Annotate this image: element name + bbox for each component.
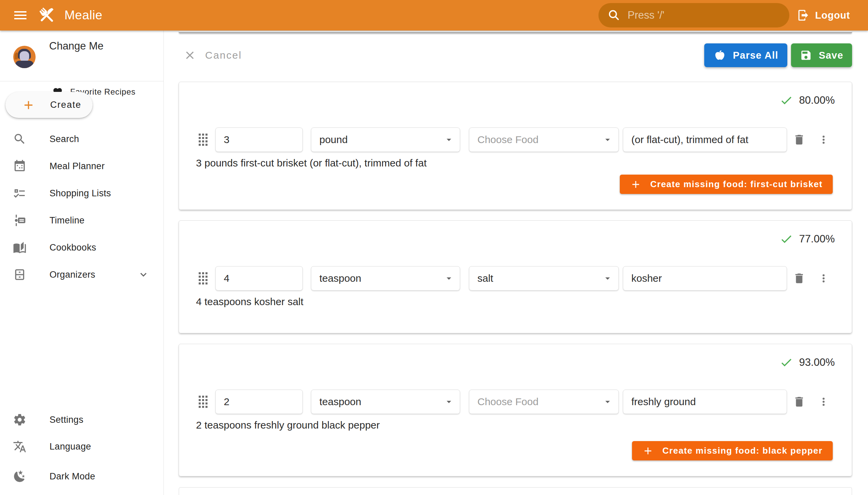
sidebar-item-dark-mode[interactable]: Dark Mode: [0, 463, 164, 490]
create-missing-food-button[interactable]: Create missing food: first-cut brisket: [620, 175, 833, 194]
unit-select-value: pound: [319, 134, 347, 146]
original-ingredient-text: 2 teaspoons freshly ground black pepper: [196, 420, 380, 431]
sidebar-item-settings[interactable]: Settings: [0, 406, 164, 433]
check-icon: [780, 232, 793, 246]
kebab-menu-icon: [817, 272, 830, 285]
food-select-value: Choose Food: [477, 396, 539, 408]
note-input[interactable]: [623, 390, 787, 414]
drag-handle[interactable]: [199, 396, 207, 408]
delete-ingredient-button[interactable]: [792, 271, 806, 286]
translate-icon: [13, 440, 27, 453]
delete-ingredient-button[interactable]: [792, 394, 806, 409]
calendar-icon: [13, 159, 27, 173]
dropdown-arrow-icon: [443, 396, 454, 407]
food-select[interactable]: salt: [469, 266, 619, 291]
moon-icon: [13, 470, 27, 483]
note-field[interactable]: [623, 266, 787, 291]
ingredient-input-row: teaspoon Choose Food: [179, 390, 852, 414]
quantity-input[interactable]: [216, 267, 303, 290]
chevron-down-icon: [137, 269, 150, 281]
ingredient-menu-button[interactable]: [816, 271, 831, 286]
original-ingredient-text: 4 teaspoons kosher salt: [196, 296, 304, 308]
original-ingredient-text: 3 pounds first-cut brisket (or flat-cut)…: [196, 157, 427, 169]
timeline-icon: [13, 214, 27, 227]
kebab-menu-icon: [817, 134, 830, 146]
save-button[interactable]: Save: [791, 44, 852, 67]
dropdown-arrow-icon: [602, 396, 613, 407]
unit-select[interactable]: teaspoon: [311, 390, 460, 414]
search-icon: [13, 132, 27, 146]
delete-ingredient-button[interactable]: [792, 132, 806, 147]
drag-handle[interactable]: [199, 134, 207, 146]
sidebar-item-organizers[interactable]: Organizers: [0, 261, 164, 288]
quantity-input[interactable]: [216, 390, 303, 414]
search-input[interactable]: [628, 9, 781, 21]
apple-icon: [713, 49, 726, 62]
quantity-field[interactable]: [215, 390, 303, 414]
confidence-indicator: 93.00%: [780, 355, 835, 370]
quantity-field[interactable]: [215, 127, 303, 152]
sidebar-item-language[interactable]: Language: [0, 433, 164, 460]
scrolled-card-edge: [179, 31, 852, 33]
cancel-button[interactable]: Cancel: [184, 45, 242, 66]
ingredient-menu-button[interactable]: [816, 394, 831, 409]
dropdown-arrow-icon: [602, 273, 613, 284]
logout-icon: [797, 9, 810, 22]
hamburger-icon: [12, 7, 29, 23]
sidebar-item-cookbooks[interactable]: Cookbooks: [0, 234, 164, 261]
main-content: Cancel Parse All Save 80.00% pound Choos…: [164, 31, 868, 495]
food-select[interactable]: Choose Food: [469, 127, 619, 152]
dropdown-arrow-icon: [443, 273, 454, 284]
sidebar-item-shopping-lists[interactable]: Shopping Lists: [0, 180, 164, 207]
sidebar-item-timeline[interactable]: Timeline: [0, 207, 164, 234]
mealie-logo-icon: [37, 5, 57, 25]
confidence-value: 93.00%: [799, 356, 835, 369]
unit-select[interactable]: pound: [311, 127, 460, 152]
trash-icon: [793, 133, 806, 146]
next-ingredient-card-edge: [179, 487, 852, 495]
unit-select-value: teaspoon: [319, 273, 361, 284]
create-button[interactable]: Create: [5, 92, 92, 118]
note-field[interactable]: [623, 390, 787, 414]
dropdown-arrow-icon: [602, 134, 613, 145]
ingredient-card: 77.00% teaspoon salt: [179, 220, 852, 333]
app-title: Mealie: [64, 8, 102, 22]
create-missing-food-button[interactable]: Create missing food: black pepper: [632, 441, 833, 460]
food-select[interactable]: Choose Food: [469, 390, 619, 414]
trash-icon: [793, 395, 806, 408]
quantity-field[interactable]: [215, 266, 303, 291]
food-select-value: salt: [477, 273, 493, 284]
sidebar-divider: [0, 81, 164, 81]
user-avatar[interactable]: [13, 46, 36, 68]
ingredient-input-row: pound Choose Food: [179, 127, 852, 152]
unit-select[interactable]: teaspoon: [311, 266, 460, 291]
logout-button[interactable]: Logout: [797, 0, 850, 31]
check-icon: [780, 93, 793, 107]
dropdown-arrow-icon: [443, 134, 454, 145]
ingredient-menu-button[interactable]: [816, 132, 831, 147]
note-input[interactable]: [623, 128, 787, 152]
parse-all-button[interactable]: Parse All: [704, 44, 787, 67]
note-input[interactable]: [623, 267, 787, 290]
menu-hamburger-button[interactable]: [11, 6, 30, 25]
confidence-indicator: 77.00%: [780, 232, 835, 246]
food-select-value: Choose Food: [477, 134, 539, 146]
confidence-indicator: 80.00%: [780, 93, 835, 108]
user-name: Change Me: [49, 40, 103, 52]
quantity-input[interactable]: [216, 128, 303, 152]
drag-handle[interactable]: [199, 272, 207, 285]
trash-icon: [793, 272, 806, 285]
unit-select-value: teaspoon: [319, 396, 361, 408]
check-icon: [780, 356, 793, 369]
checklist-icon: [13, 186, 27, 200]
top-app-bar: Mealie Logout: [0, 0, 868, 31]
sidebar-item-search[interactable]: Search: [0, 125, 164, 153]
kebab-menu-icon: [817, 396, 830, 408]
search-icon: [607, 8, 621, 22]
sidebar-item-meal-planner[interactable]: Meal Planner: [0, 153, 164, 180]
global-search[interactable]: [598, 3, 789, 28]
plus-icon: [22, 98, 35, 112]
note-field[interactable]: [623, 127, 787, 152]
plus-icon: [630, 179, 642, 190]
confidence-value: 77.00%: [799, 233, 835, 245]
